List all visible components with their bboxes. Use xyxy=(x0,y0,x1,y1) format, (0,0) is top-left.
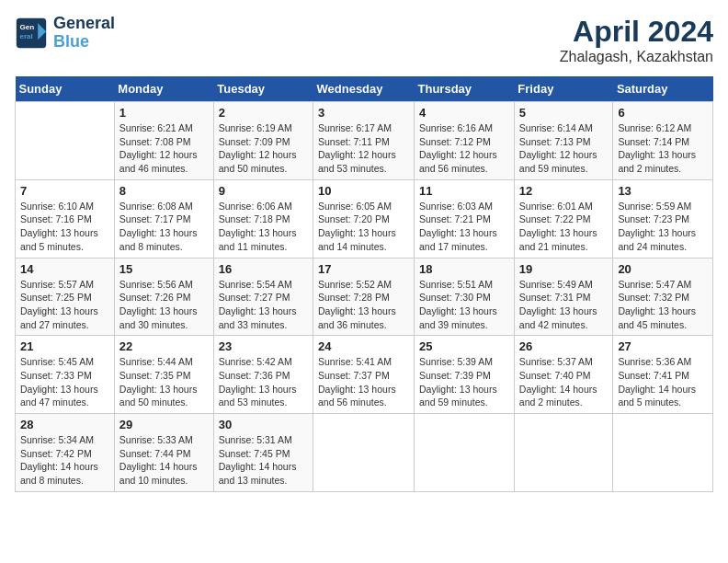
calendar-day-cell: 18Sunrise: 5:51 AM Sunset: 7:30 PM Dayli… xyxy=(415,258,515,336)
day-info: Sunrise: 5:57 AM Sunset: 7:25 PM Dayligh… xyxy=(20,278,109,332)
calendar-day-cell xyxy=(313,414,415,492)
day-info: Sunrise: 5:37 AM Sunset: 7:40 PM Dayligh… xyxy=(519,355,609,409)
calendar-day-cell: 17Sunrise: 5:52 AM Sunset: 7:28 PM Dayli… xyxy=(313,258,415,336)
day-info: Sunrise: 5:51 AM Sunset: 7:30 PM Dayligh… xyxy=(419,278,509,332)
calendar-day-cell: 20Sunrise: 5:47 AM Sunset: 7:32 PM Dayli… xyxy=(613,258,713,336)
weekday-header-cell: Monday xyxy=(114,76,213,102)
day-number: 20 xyxy=(618,262,708,276)
day-number: 14 xyxy=(20,262,109,276)
day-info: Sunrise: 5:42 AM Sunset: 7:36 PM Dayligh… xyxy=(219,355,308,409)
day-info: Sunrise: 5:34 AM Sunset: 7:42 PM Dayligh… xyxy=(20,433,109,488)
weekday-header-row: SundayMondayTuesdayWednesdayThursdayFrid… xyxy=(16,76,713,102)
day-number: 18 xyxy=(419,262,509,276)
day-number: 2 xyxy=(219,106,308,120)
calendar-day-cell: 21Sunrise: 5:45 AM Sunset: 7:33 PM Dayli… xyxy=(16,336,115,414)
calendar-week-row: 7Sunrise: 6:10 AM Sunset: 7:16 PM Daylig… xyxy=(16,179,713,258)
day-number: 10 xyxy=(318,184,409,198)
calendar-day-cell: 7Sunrise: 6:10 AM Sunset: 7:16 PM Daylig… xyxy=(16,179,115,258)
day-info: Sunrise: 6:16 AM Sunset: 7:12 PM Dayligh… xyxy=(419,121,509,176)
day-info: Sunrise: 5:36 AM Sunset: 7:41 PM Dayligh… xyxy=(618,355,708,409)
calendar-day-cell: 3Sunrise: 6:17 AM Sunset: 7:11 PM Daylig… xyxy=(313,102,415,180)
day-info: Sunrise: 6:19 AM Sunset: 7:09 PM Dayligh… xyxy=(219,121,308,176)
logo-text: General Blue xyxy=(53,15,115,52)
day-info: Sunrise: 6:03 AM Sunset: 7:21 PM Dayligh… xyxy=(419,200,509,254)
day-info: Sunrise: 5:47 AM Sunset: 7:32 PM Dayligh… xyxy=(618,278,708,332)
calendar-day-cell: 23Sunrise: 5:42 AM Sunset: 7:36 PM Dayli… xyxy=(213,336,313,414)
day-number: 4 xyxy=(419,106,509,120)
page-header: Gen eral General Blue April 2024 Zhalaga… xyxy=(15,15,713,65)
calendar-day-cell xyxy=(613,414,713,492)
day-info: Sunrise: 6:06 AM Sunset: 7:18 PM Dayligh… xyxy=(219,200,308,254)
day-number: 12 xyxy=(519,184,609,198)
calendar-day-cell xyxy=(415,414,515,492)
day-info: Sunrise: 5:56 AM Sunset: 7:26 PM Dayligh… xyxy=(119,278,209,332)
calendar-day-cell: 27Sunrise: 5:36 AM Sunset: 7:41 PM Dayli… xyxy=(613,336,713,414)
day-number: 5 xyxy=(519,106,609,120)
calendar-week-row: 21Sunrise: 5:45 AM Sunset: 7:33 PM Dayli… xyxy=(16,336,713,414)
day-number: 30 xyxy=(219,418,308,431)
general-blue-icon: Gen eral xyxy=(15,17,48,50)
day-info: Sunrise: 6:21 AM Sunset: 7:08 PM Dayligh… xyxy=(119,121,209,176)
day-info: Sunrise: 5:44 AM Sunset: 7:35 PM Dayligh… xyxy=(119,355,209,409)
calendar-day-cell: 26Sunrise: 5:37 AM Sunset: 7:40 PM Dayli… xyxy=(514,336,613,414)
day-number: 21 xyxy=(20,339,109,353)
calendar-day-cell: 8Sunrise: 6:08 AM Sunset: 7:17 PM Daylig… xyxy=(114,179,213,258)
day-info: Sunrise: 5:52 AM Sunset: 7:28 PM Dayligh… xyxy=(318,278,409,332)
calendar-day-cell: 4Sunrise: 6:16 AM Sunset: 7:12 PM Daylig… xyxy=(415,102,515,180)
calendar-day-cell: 15Sunrise: 5:56 AM Sunset: 7:26 PM Dayli… xyxy=(114,258,213,336)
day-info: Sunrise: 5:33 AM Sunset: 7:44 PM Dayligh… xyxy=(119,433,209,488)
calendar-day-cell: 12Sunrise: 6:01 AM Sunset: 7:22 PM Dayli… xyxy=(514,179,613,258)
calendar-day-cell xyxy=(16,102,115,180)
day-number: 8 xyxy=(119,184,209,198)
day-number: 29 xyxy=(119,418,209,431)
day-info: Sunrise: 5:45 AM Sunset: 7:33 PM Dayligh… xyxy=(20,355,109,409)
calendar-day-cell: 29Sunrise: 5:33 AM Sunset: 7:44 PM Dayli… xyxy=(114,414,213,492)
calendar-day-cell: 11Sunrise: 6:03 AM Sunset: 7:21 PM Dayli… xyxy=(415,179,515,258)
day-number: 24 xyxy=(318,339,409,353)
day-number: 9 xyxy=(219,184,308,198)
calendar-day-cell: 28Sunrise: 5:34 AM Sunset: 7:42 PM Dayli… xyxy=(16,414,115,492)
svg-text:eral: eral xyxy=(19,32,32,40)
calendar-week-row: 28Sunrise: 5:34 AM Sunset: 7:42 PM Dayli… xyxy=(16,414,713,492)
day-number: 25 xyxy=(419,339,509,353)
day-number: 11 xyxy=(419,184,509,198)
calendar-day-cell: 5Sunrise: 6:14 AM Sunset: 7:13 PM Daylig… xyxy=(514,102,613,180)
calendar-day-cell: 2Sunrise: 6:19 AM Sunset: 7:09 PM Daylig… xyxy=(213,102,313,180)
weekday-header-cell: Saturday xyxy=(613,76,713,102)
day-number: 3 xyxy=(318,106,409,120)
day-number: 27 xyxy=(618,339,708,353)
day-info: Sunrise: 5:59 AM Sunset: 7:23 PM Dayligh… xyxy=(618,200,708,254)
day-number: 28 xyxy=(20,418,109,431)
day-number: 22 xyxy=(119,339,209,353)
day-info: Sunrise: 6:14 AM Sunset: 7:13 PM Dayligh… xyxy=(519,121,609,176)
calendar-day-cell: 10Sunrise: 6:05 AM Sunset: 7:20 PM Dayli… xyxy=(313,179,415,258)
calendar-week-row: 1Sunrise: 6:21 AM Sunset: 7:08 PM Daylig… xyxy=(16,102,713,180)
calendar-day-cell xyxy=(514,414,613,492)
title-block: April 2024 Zhalagash, Kazakhstan xyxy=(560,15,713,65)
day-info: Sunrise: 6:10 AM Sunset: 7:16 PM Dayligh… xyxy=(20,200,109,254)
day-info: Sunrise: 5:31 AM Sunset: 7:45 PM Dayligh… xyxy=(219,433,308,488)
day-number: 15 xyxy=(119,262,209,276)
calendar-day-cell: 14Sunrise: 5:57 AM Sunset: 7:25 PM Dayli… xyxy=(16,258,115,336)
day-info: Sunrise: 5:39 AM Sunset: 7:39 PM Dayligh… xyxy=(419,355,509,409)
day-number: 26 xyxy=(519,339,609,353)
day-number: 7 xyxy=(20,184,109,198)
day-info: Sunrise: 6:12 AM Sunset: 7:14 PM Dayligh… xyxy=(618,121,708,176)
day-info: Sunrise: 6:17 AM Sunset: 7:11 PM Dayligh… xyxy=(318,121,409,176)
day-number: 23 xyxy=(219,339,308,353)
day-info: Sunrise: 5:41 AM Sunset: 7:37 PM Dayligh… xyxy=(318,355,409,409)
calendar-day-cell: 30Sunrise: 5:31 AM Sunset: 7:45 PM Dayli… xyxy=(213,414,313,492)
calendar-day-cell: 6Sunrise: 6:12 AM Sunset: 7:14 PM Daylig… xyxy=(613,102,713,180)
day-info: Sunrise: 6:08 AM Sunset: 7:17 PM Dayligh… xyxy=(119,200,209,254)
day-number: 16 xyxy=(219,262,308,276)
calendar-table: SundayMondayTuesdayWednesdayThursdayFrid… xyxy=(15,76,713,492)
weekday-header-cell: Wednesday xyxy=(313,76,415,102)
calendar-day-cell: 16Sunrise: 5:54 AM Sunset: 7:27 PM Dayli… xyxy=(213,258,313,336)
month-title: April 2024 xyxy=(560,15,713,49)
day-number: 6 xyxy=(618,106,708,120)
weekday-header-cell: Friday xyxy=(514,76,613,102)
day-number: 19 xyxy=(519,262,609,276)
weekday-header-cell: Tuesday xyxy=(213,76,313,102)
day-info: Sunrise: 5:54 AM Sunset: 7:27 PM Dayligh… xyxy=(219,278,308,332)
calendar-week-row: 14Sunrise: 5:57 AM Sunset: 7:25 PM Dayli… xyxy=(16,258,713,336)
